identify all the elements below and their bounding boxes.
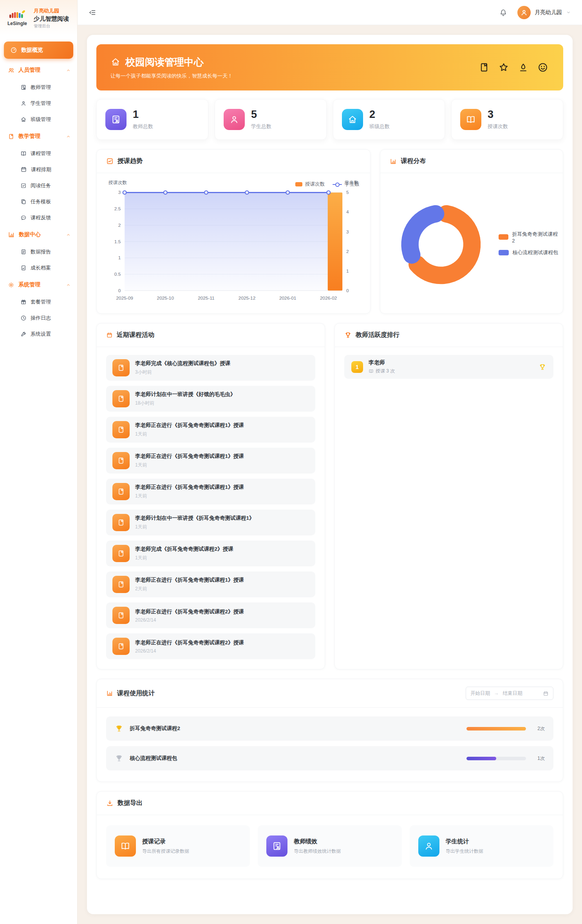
brand-subtitle: 管理后台: [34, 24, 69, 29]
book-icon: [460, 109, 481, 130]
donut-chart[interactable]: 折耳兔奇奇测试课程2核心流程测试课程包: [380, 173, 563, 313]
stat-card-学生总数[interactable]: 5学生总数: [215, 99, 327, 140]
stats-row: 1教师总数5学生总数2班级总数3授课次数: [96, 99, 563, 140]
teacher-name: 李老师: [369, 359, 395, 366]
sidebar-item-阅读任务[interactable]: 阅读任务: [0, 177, 77, 193]
activity-text: 李老师正在进行《折耳兔奇奇测试课程1》授课: [135, 484, 244, 491]
activity-item[interactable]: 李老师正在进行《折耳兔奇奇测试课程2》授课2026/2/14: [106, 633, 315, 659]
sidebar-item-课程管理[interactable]: 课程管理: [0, 145, 77, 161]
date-start-placeholder[interactable]: 开始日期: [470, 690, 490, 697]
svg-text:3: 3: [346, 229, 349, 235]
sidebar-item-课程排期[interactable]: 课程排期: [0, 161, 77, 177]
book-icon: [20, 150, 27, 157]
sidebar-item-班级管理[interactable]: 班级管理: [0, 111, 77, 127]
activity-text: 李老师正在进行《折耳兔奇奇测试课程1》授课: [135, 453, 244, 460]
svg-text:2025-09: 2025-09: [116, 295, 133, 301]
sidebar-item-学生管理[interactable]: 学生管理: [0, 95, 77, 111]
sidebar-item-label: 班级管理: [31, 116, 51, 123]
notebook-icon: [112, 421, 130, 438]
book-icon: [115, 835, 136, 857]
sidebar-item-dashboard-active[interactable]: 数据概览: [4, 42, 73, 59]
calendar-icon: [543, 691, 549, 696]
activity-item[interactable]: 李老师正在进行《折耳兔奇奇测试课程1》授课2天前: [106, 571, 315, 597]
export-card-desc: 导出学生统计数据: [446, 848, 483, 855]
sidebar-section-数据中心[interactable]: 数据中心: [0, 226, 77, 244]
notebook-icon: [112, 545, 130, 562]
export-card-授课记录[interactable]: 授课记录导出所有授课记录数据: [106, 825, 250, 867]
hero-decor-icons: [479, 62, 548, 73]
notebook-icon: [112, 514, 130, 531]
sidebar-item-任务模板[interactable]: 任务模板: [0, 193, 77, 210]
trend-chart[interactable]: 授课次数学生数 00.511.522.53012345授课次数学生数2025-0…: [97, 173, 370, 310]
activity-time: 3小时前: [135, 369, 230, 376]
svg-text:5: 5: [346, 190, 349, 195]
sidebar-section-系统管理[interactable]: 系统管理: [0, 276, 77, 294]
sidebar-item-label: 阅读任务: [31, 182, 51, 189]
legend-item-学生数[interactable]: 学生数: [333, 181, 360, 188]
legend-item-授课次数[interactable]: 授课次数: [295, 181, 325, 188]
sidebar-item-label: 系统设置: [31, 331, 51, 338]
chevron-up-icon: [66, 282, 71, 288]
idcard-icon: [105, 109, 127, 130]
stat-card-教师总数[interactable]: 1教师总数: [96, 99, 208, 140]
bar-chart-icon: [390, 158, 397, 165]
hero-title: 校园阅读管理中心: [125, 56, 204, 69]
svg-text:0: 0: [346, 288, 349, 293]
person-icon: [418, 835, 439, 857]
sidebar-item-label: 课程排期: [31, 166, 51, 173]
sidebar-item-成长档案[interactable]: 成长档案: [0, 260, 77, 276]
activity-item[interactable]: 李老师计划在中一班讲授《好饿的毛毛虫》18小时前: [106, 386, 315, 412]
activity-time: 18小时前: [135, 400, 236, 407]
gauge-icon: [10, 47, 17, 54]
activity-item[interactable]: 李老师完成《折耳兔奇奇测试课程2》授课1天前: [106, 541, 315, 566]
activity-time: 1天前: [135, 493, 244, 499]
home-icon: [20, 116, 27, 123]
sidebar-item-系统设置[interactable]: 系统设置: [0, 326, 77, 342]
stat-card-班级总数[interactable]: 2班级总数: [333, 99, 445, 140]
date-end-placeholder[interactable]: 结束日期: [503, 690, 522, 697]
export-card-title: 教师绩效: [294, 838, 341, 845]
sidebar-item-label: 教师管理: [31, 84, 51, 91]
date-range-picker[interactable]: 开始日期 → 结束日期: [466, 687, 553, 700]
activity-item[interactable]: 李老师正在进行《折耳兔奇奇测试课程1》授课1天前: [106, 448, 315, 474]
sidebar-item-数据报告[interactable]: 数据报告: [0, 244, 77, 260]
ranking-title: 教师活跃度排行: [356, 331, 399, 339]
activity-time: 1天前: [135, 431, 244, 438]
notebook-icon: [112, 607, 130, 624]
donut-legend-item-折耳兔奇奇测试课程2[interactable]: 折耳兔奇奇测试课程2: [499, 231, 559, 244]
collapse-sidebar-icon[interactable]: [89, 9, 96, 16]
line-swatch: [333, 182, 342, 187]
donut-legend-item-核心流程测试课程包[interactable]: 核心流程测试课程包: [499, 249, 559, 256]
export-card-教师绩效[interactable]: 教师绩效导出教师绩效统计数据: [258, 825, 401, 867]
trend-chart-panel: 授课趋势 授课次数学生数 00.511.522.53012345授课次数学生数2…: [96, 149, 371, 314]
chevron-up-icon: [66, 68, 71, 73]
usage-row[interactable]: 折耳兔奇奇测试课程22次: [106, 716, 553, 741]
sidebar-section-人员管理[interactable]: 人员管理: [0, 61, 77, 79]
sidebar-section-教学管理[interactable]: 教学管理: [0, 127, 77, 145]
sidebar-item-课程反馈[interactable]: 课程反馈: [0, 210, 77, 226]
ranking-item[interactable]: 1李老师授课 3 次: [344, 355, 553, 379]
export-card-学生统计[interactable]: 学生统计导出学生统计数据: [410, 825, 553, 867]
sidebar-section-label: 教学管理: [18, 133, 40, 140]
sidebar-item-操作日志[interactable]: 操作日志: [0, 310, 77, 326]
sidebar-item-label: 成长档案: [31, 264, 51, 271]
activity-item[interactable]: 李老师正在进行《折耳兔奇奇测试课程1》授课1天前: [106, 417, 315, 443]
notification-bell-icon[interactable]: [499, 9, 507, 16]
user-menu[interactable]: 月亮幼儿园: [517, 6, 571, 19]
notebook-icon: [112, 390, 130, 407]
export-card-title: 授课记录: [142, 838, 189, 845]
sidebar-item-label: 数据报告: [31, 248, 51, 255]
activity-text: 李老师计划在中一班讲授《好饿的毛毛虫》: [135, 391, 236, 398]
activity-item[interactable]: 李老师正在进行《折耳兔奇奇测试课程2》授课2026/2/14: [106, 602, 315, 628]
activity-item[interactable]: 李老师计划在中一班讲授《折耳兔奇奇测试课程1》1天前: [106, 510, 315, 535]
usage-row[interactable]: 核心流程测试课程包1次: [106, 746, 553, 770]
sidebar-item-教师管理[interactable]: 教师管理: [0, 79, 77, 95]
brand-org-name: 月亮幼儿园: [34, 7, 69, 14]
legend-swatch: [499, 250, 509, 255]
activity-text: 李老师完成《核心流程测试课程包》授课: [135, 360, 230, 367]
sidebar-item-套餐管理[interactable]: 套餐管理: [0, 294, 77, 310]
stat-label: 教师总数: [133, 123, 153, 130]
activity-item[interactable]: 李老师正在进行《折耳兔奇奇测试课程1》授课1天前: [106, 479, 315, 504]
activity-item[interactable]: 李老师完成《核心流程测试课程包》授课3小时前: [106, 355, 315, 381]
stat-card-授课次数[interactable]: 3授课次数: [451, 99, 563, 140]
